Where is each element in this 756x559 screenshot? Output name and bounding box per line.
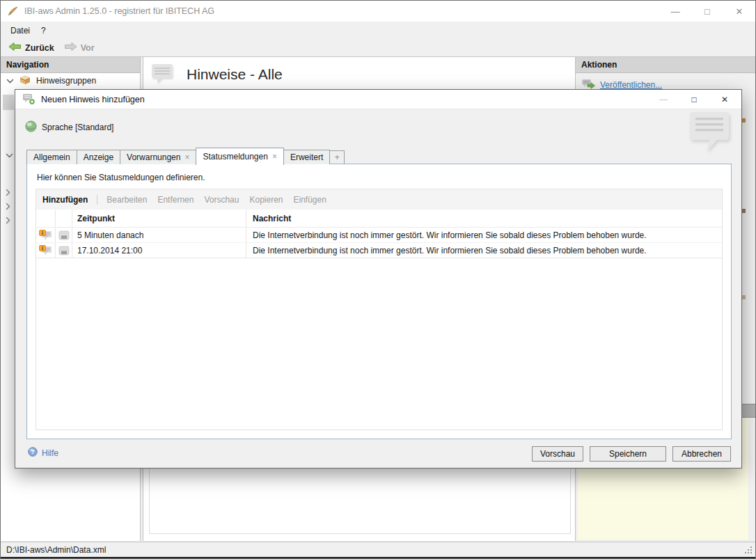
language-selector[interactable]: Sprache [Standard] <box>25 120 113 134</box>
tree-item-hinweisgruppen[interactable]: Hinweisgruppen <box>1 73 140 88</box>
speech-bubble-watermark-icon <box>687 111 732 156</box>
add-notice-dialog: Neuen Hinweis hinzufügen — □ ✕ Sprache [… <box>15 89 742 469</box>
row-time: 5 Minuten danach <box>72 228 246 242</box>
dialog-maximize-button[interactable]: □ <box>679 90 709 109</box>
screen-icon <box>56 228 72 242</box>
toolbar-separator <box>97 195 97 205</box>
publish-link-label: Veröffentlichen... <box>600 80 662 90</box>
chevron-right-icon[interactable] <box>6 216 10 226</box>
nav-toolbar: Zurück Vor <box>1 39 755 56</box>
info-bubble-icon <box>36 243 56 258</box>
navigation-header: Navigation <box>1 57 140 73</box>
add-tab-button[interactable]: + <box>329 150 345 164</box>
page-title: Hinweise - Alle <box>187 66 283 83</box>
help-label: Hilfe <box>42 448 58 458</box>
edit-button[interactable]: Bearbeiten <box>107 195 147 205</box>
menu-datei[interactable]: Datei <box>5 22 36 39</box>
speichern-button[interactable]: Speichern <box>590 446 666 462</box>
row-time: 17.10.2014 21:00 <box>72 243 246 258</box>
main-titlebar: IBI-aws Admin 1.25.0 - registriert für I… <box>1 1 755 22</box>
dialog-minimize-button[interactable]: — <box>648 90 679 109</box>
add-button[interactable]: Hinzufügen <box>42 195 88 205</box>
menubar: Datei ? <box>1 22 755 39</box>
speech-bubble-icon <box>150 63 174 86</box>
statusmeldungen-panel: Hier können Sie Statusmeldungen definier… <box>26 164 732 439</box>
statusbar: D:\IBI-aws\Admin\Data.xml <box>1 542 755 557</box>
content-header: Hinweise - Alle <box>143 57 576 90</box>
screen-icon <box>56 243 72 258</box>
preview-button[interactable]: Vorschau <box>204 195 239 205</box>
forward-button[interactable]: Vor <box>62 40 97 56</box>
chevron-right-icon[interactable] <box>6 189 10 198</box>
chevron-down-icon[interactable] <box>6 150 13 160</box>
resize-grip[interactable] <box>744 546 753 557</box>
tab-vorwarnungen[interactable]: Vorwarnungen × <box>120 150 196 164</box>
help-icon: ? <box>28 447 38 459</box>
tab-anzeige[interactable]: Anzeige <box>77 150 120 164</box>
table-row[interactable]: 5 Minuten danach Die Internetverbindung … <box>36 228 722 243</box>
panel-description: Hier können Sie Statusmeldungen definier… <box>37 173 205 182</box>
chevron-down-icon[interactable] <box>6 76 14 86</box>
help-link[interactable]: ? Hilfe <box>28 447 58 459</box>
menu-help[interactable]: ? <box>36 22 52 39</box>
time-column-header[interactable]: Zeitpunkt <box>72 210 246 227</box>
info-bubble-icon <box>36 228 56 242</box>
abbrechen-button[interactable]: Abbrechen <box>672 446 731 462</box>
forward-arrow-icon <box>64 42 77 54</box>
back-label: Zurück <box>25 43 54 53</box>
list-toolbar: Hinzufügen Bearbeiten Entfernen Vorschau… <box>36 189 722 210</box>
actions-header: Aktionen <box>576 57 755 73</box>
type-column-header[interactable] <box>36 210 56 227</box>
table-row[interactable]: 17.10.2014 21:00 Die Internetverbindung … <box>36 243 722 258</box>
tab-statusmeldungen[interactable]: Statusmeldungen × <box>196 148 283 165</box>
svg-text:?: ? <box>31 448 35 455</box>
globe-icon <box>25 120 37 134</box>
window-bottom-edge <box>1 557 755 558</box>
row-message: Die Internetverbindung ist noch immer ge… <box>246 243 722 258</box>
tab-close-icon[interactable]: × <box>272 153 277 160</box>
main-window: IBI-aws Admin 1.25.0 - registriert für I… <box>0 0 756 559</box>
maximize-button[interactable]: □ <box>691 1 723 22</box>
chevron-right-icon[interactable] <box>6 203 10 212</box>
tab-label: Allgemein <box>33 152 70 162</box>
tab-label: Statusmeldungen <box>203 152 267 162</box>
vorschau-button[interactable]: Vorschau <box>532 446 583 462</box>
back-arrow-icon <box>8 42 22 54</box>
selected-tree-item-edge <box>3 95 14 110</box>
copy-button[interactable]: Kopieren <box>249 195 283 205</box>
tab-close-icon[interactable]: × <box>184 154 189 161</box>
tab-erweitert[interactable]: Erweitert <box>283 150 330 164</box>
dialog-close-button[interactable]: ✕ <box>709 90 740 109</box>
forward-label: Vor <box>81 43 95 53</box>
app-quill-icon <box>7 6 19 17</box>
message-column-header[interactable]: Nachricht <box>246 210 722 227</box>
status-list: Hinzufügen Bearbeiten Entfernen Vorschau… <box>36 189 723 430</box>
display-column-header[interactable] <box>56 210 72 227</box>
row-message: Die Internetverbindung ist noch immer ge… <box>246 228 722 242</box>
dialog-titlebar: Neuen Hinweis hinzufügen — □ ✕ <box>15 90 741 109</box>
tree-item-label: Hinweisgruppen <box>36 76 96 86</box>
add-notice-icon <box>22 93 36 105</box>
tab-label: Anzeige <box>84 152 113 162</box>
tab-label: Erweitert <box>290 152 323 162</box>
dialog-title: Neuen Hinweis hinzufügen <box>41 95 145 104</box>
table-header-row: Zeitpunkt Nachricht <box>36 210 722 228</box>
language-label: Sprache [Standard] <box>42 123 113 132</box>
remove-button[interactable]: Entfernen <box>157 195 194 205</box>
paste-button[interactable]: Einfügen <box>294 195 326 205</box>
notice-group-box-icon <box>19 74 31 87</box>
statusbar-path: D:\IBI-aws\Admin\Data.xml <box>6 545 106 555</box>
tab-allgemein[interactable]: Allgemein <box>26 150 77 164</box>
close-button[interactable]: ✕ <box>723 1 755 22</box>
dialog-tabs: Allgemein Anzeige Vorwarnungen × Statusm… <box>26 147 344 164</box>
window-title: IBI-aws Admin 1.25.0 - registriert für I… <box>24 6 214 16</box>
dialog-buttons: Vorschau Speichern Abbrechen <box>532 446 731 462</box>
tab-label: Vorwarnungen <box>127 152 180 162</box>
back-button[interactable]: Zurück <box>6 40 56 56</box>
minimize-button[interactable]: — <box>659 1 691 22</box>
